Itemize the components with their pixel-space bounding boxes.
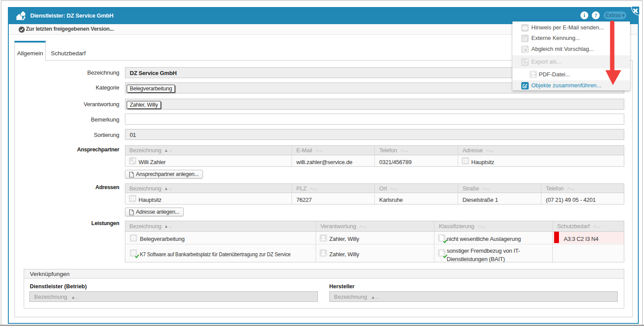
svg-text:PDF: PDF (532, 74, 537, 76)
